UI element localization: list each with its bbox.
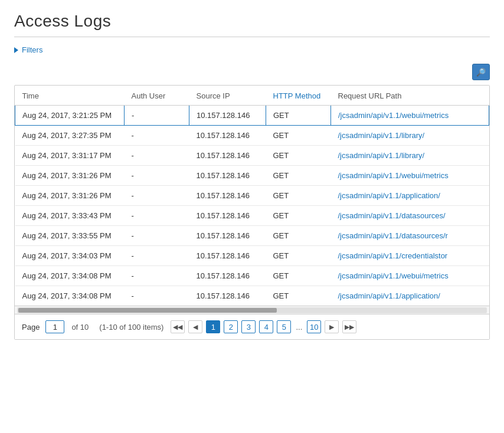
cell-source-ip: 10.157.128.146 bbox=[189, 166, 266, 186]
table-row[interactable]: Aug 24, 2017, 3:33:55 PM-10.157.128.146G… bbox=[15, 226, 489, 246]
cell-auth: - bbox=[125, 286, 189, 306]
table-row[interactable]: Aug 24, 2017, 3:31:26 PM-10.157.128.146G… bbox=[15, 166, 489, 186]
title-divider bbox=[14, 37, 490, 37]
table-row[interactable]: Aug 24, 2017, 3:31:17 PM-10.157.128.146G… bbox=[15, 146, 489, 166]
export-icon: 🔎 bbox=[476, 68, 486, 77]
page-num-4[interactable]: 4 bbox=[259, 320, 273, 333]
col-header-method: HTTP Method bbox=[266, 86, 331, 106]
data-table: Time Auth User Source IP HTTP Method Req… bbox=[15, 86, 489, 306]
cell-auth: - bbox=[125, 246, 189, 266]
page-items-info: (1-10 of 100 items) bbox=[99, 323, 163, 332]
cell-url-path: /jcsadmin/api/v1.1/credentialstor bbox=[331, 246, 489, 266]
toolbar-row: 🔎 bbox=[14, 64, 490, 80]
filters-toggle[interactable]: Filters bbox=[14, 45, 42, 54]
cell-source-ip: 10.157.128.146 bbox=[189, 146, 266, 166]
cell-http-method: GET bbox=[266, 186, 331, 206]
table-container: Time Auth User Source IP HTTP Method Req… bbox=[14, 85, 490, 340]
filters-arrow-icon bbox=[14, 47, 18, 53]
table-row[interactable]: Aug 24, 2017, 3:34:08 PM-10.157.128.146G… bbox=[15, 286, 489, 306]
cell-url-path: /jcsadmin/api/v1.1/application/ bbox=[331, 186, 489, 206]
col-header-ip: Source IP bbox=[189, 86, 266, 106]
cell-source-ip: 10.157.128.146 bbox=[189, 186, 266, 206]
cell-source-ip: 10.157.128.146 bbox=[189, 206, 266, 226]
cell-url-path: /jcsadmin/api/v1.1/datasources/r bbox=[331, 226, 489, 246]
export-button[interactable]: 🔎 bbox=[472, 64, 490, 80]
table-row[interactable]: Aug 24, 2017, 3:33:43 PM-10.157.128.146G… bbox=[15, 206, 489, 226]
cell-time: Aug 24, 2017, 3:31:26 PM bbox=[15, 166, 125, 186]
cell-source-ip: 10.157.128.146 bbox=[189, 106, 266, 126]
cell-time: Aug 24, 2017, 3:31:26 PM bbox=[15, 186, 125, 206]
cell-http-method: GET bbox=[266, 266, 331, 286]
table-row[interactable]: Aug 24, 2017, 3:21:25 PM-10.157.128.146G… bbox=[15, 106, 489, 126]
table-body: Aug 24, 2017, 3:21:25 PM-10.157.128.146G… bbox=[15, 106, 489, 306]
cell-http-method: GET bbox=[266, 166, 331, 186]
filters-label: Filters bbox=[22, 45, 42, 54]
col-header-time: Time bbox=[15, 86, 125, 106]
page-label: Page bbox=[22, 323, 40, 332]
page-ellipsis: ... bbox=[294, 323, 303, 332]
scrollbar-track bbox=[17, 307, 487, 313]
cell-url-path: /jcsadmin/api/v1.1/library/ bbox=[331, 146, 489, 166]
page-num-1[interactable]: 1 bbox=[206, 320, 220, 333]
cell-time: Aug 24, 2017, 3:21:25 PM bbox=[15, 106, 125, 126]
table-header-row: Time Auth User Source IP HTTP Method Req… bbox=[15, 86, 489, 106]
cell-auth: - bbox=[125, 206, 189, 226]
cell-time: Aug 24, 2017, 3:31:17 PM bbox=[15, 146, 125, 166]
scrollbar-thumb bbox=[18, 308, 277, 313]
cell-time: Aug 24, 2017, 3:33:55 PM bbox=[15, 226, 125, 246]
cell-http-method: GET bbox=[266, 286, 331, 306]
cell-time: Aug 24, 2017, 3:34:08 PM bbox=[15, 286, 125, 306]
page-num-3[interactable]: 3 bbox=[241, 320, 256, 333]
cell-source-ip: 10.157.128.146 bbox=[189, 126, 266, 146]
cell-auth: - bbox=[125, 146, 189, 166]
page-num-10[interactable]: 10 bbox=[307, 320, 321, 333]
cell-time: Aug 24, 2017, 3:33:43 PM bbox=[15, 206, 125, 226]
cell-source-ip: 10.157.128.146 bbox=[189, 246, 266, 266]
last-page-button[interactable]: ▶▶ bbox=[342, 320, 356, 333]
page-num-5[interactable]: 5 bbox=[277, 320, 291, 333]
cell-auth: - bbox=[125, 166, 189, 186]
table-row[interactable]: Aug 24, 2017, 3:27:35 PM-10.157.128.146G… bbox=[15, 126, 489, 146]
cell-http-method: GET bbox=[266, 126, 331, 146]
cell-http-method: GET bbox=[266, 226, 331, 246]
cell-source-ip: 10.157.128.146 bbox=[189, 226, 266, 246]
first-page-button[interactable]: ◀◀ bbox=[171, 320, 185, 333]
cell-auth: - bbox=[125, 266, 189, 286]
cell-time: Aug 24, 2017, 3:34:03 PM bbox=[15, 246, 125, 266]
page-input[interactable] bbox=[45, 320, 64, 333]
cell-http-method: GET bbox=[266, 146, 331, 166]
prev-page-button[interactable]: ◀ bbox=[188, 320, 202, 333]
col-header-url: Request URL Path bbox=[331, 86, 489, 106]
col-header-auth: Auth User bbox=[125, 86, 189, 106]
page-title: Access Logs bbox=[14, 12, 490, 31]
cell-url-path: /jcsadmin/api/v1.1/application/ bbox=[331, 286, 489, 306]
cell-http-method: GET bbox=[266, 206, 331, 226]
table-row[interactable]: Aug 24, 2017, 3:34:08 PM-10.157.128.146G… bbox=[15, 266, 489, 286]
cell-auth: - bbox=[125, 186, 189, 206]
filters-row: Filters bbox=[14, 44, 490, 55]
cell-auth: - bbox=[125, 106, 189, 126]
table-row[interactable]: Aug 24, 2017, 3:31:26 PM-10.157.128.146G… bbox=[15, 186, 489, 206]
horizontal-scrollbar[interactable] bbox=[15, 306, 489, 314]
cell-url-path: /jcsadmin/api/v1.1/library/ bbox=[331, 126, 489, 146]
cell-url-path: /jcsadmin/api/v1.1/datasources/ bbox=[331, 206, 489, 226]
page-num-2[interactable]: 2 bbox=[224, 320, 238, 333]
cell-auth: - bbox=[125, 226, 189, 246]
cell-url-path: /jcsadmin/api/v1.1/webui/metrics bbox=[331, 106, 489, 126]
cell-time: Aug 24, 2017, 3:34:08 PM bbox=[15, 266, 125, 286]
cell-time: Aug 24, 2017, 3:27:35 PM bbox=[15, 126, 125, 146]
page-of: of 10 bbox=[71, 323, 89, 332]
cell-auth: - bbox=[125, 126, 189, 146]
table-row[interactable]: Aug 24, 2017, 3:34:03 PM-10.157.128.146G… bbox=[15, 246, 489, 266]
cell-source-ip: 10.157.128.146 bbox=[189, 266, 266, 286]
pagination-row: Page of 10 (1-10 of 100 items) ◀◀ ◀ 1 2 … bbox=[15, 314, 489, 339]
cell-url-path: /jcsadmin/api/v1.1/webui/metrics bbox=[331, 266, 489, 286]
cell-http-method: GET bbox=[266, 106, 331, 126]
cell-source-ip: 10.157.128.146 bbox=[189, 286, 266, 306]
cell-http-method: GET bbox=[266, 246, 331, 266]
cell-url-path: /jcsadmin/api/v1.1/webui/metrics bbox=[331, 166, 489, 186]
next-page-button[interactable]: ▶ bbox=[325, 320, 339, 333]
